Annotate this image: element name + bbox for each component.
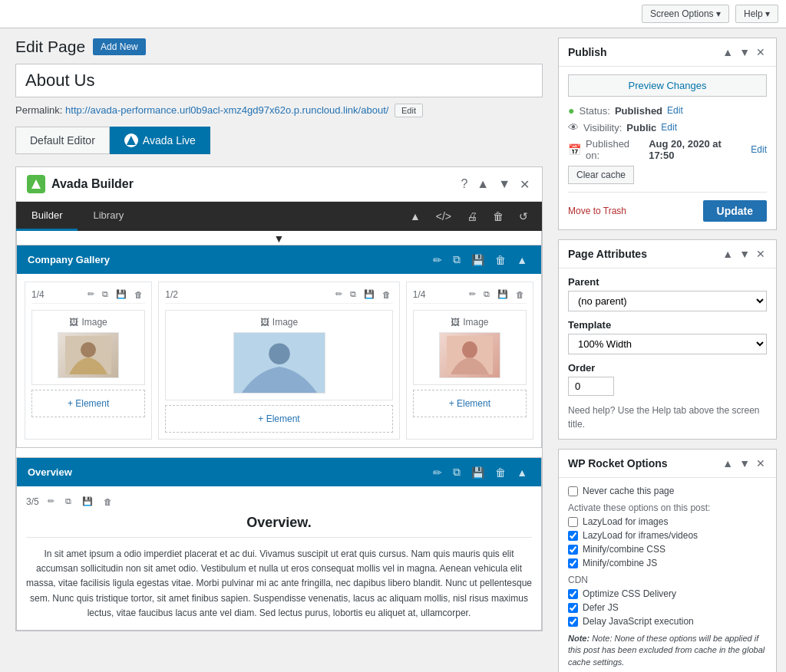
column-3-label: 1/4: [413, 289, 426, 300]
avada-builder-icon: [27, 175, 45, 193]
visibility-icon: 👁: [568, 121, 579, 133]
minify-js-checkbox[interactable]: [568, 558, 578, 568]
lazyload-group: LazyLoad for images LazyLoad for iframes…: [568, 516, 767, 568]
col-3-edit-btn[interactable]: ✏: [467, 288, 478, 300]
cdn-label: CDN: [568, 575, 767, 585]
column-1-header: 1/4 ✏ ⧉ 💾 🗑: [31, 288, 145, 304]
minify-css-checkbox[interactable]: [568, 545, 578, 555]
toolbar-code-button[interactable]: </>: [430, 206, 457, 227]
wp-rocket-toggle-down[interactable]: ▼: [738, 456, 751, 471]
section-delete-btn-gallery[interactable]: 🗑: [492, 252, 509, 268]
col-1-delete-btn[interactable]: 🗑: [132, 288, 145, 300]
add-element-2[interactable]: + Element: [165, 405, 393, 433]
default-editor-button[interactable]: Default Editor: [15, 127, 110, 154]
screen-options-button[interactable]: Screen Options ▾: [642, 5, 729, 23]
move-trash-link[interactable]: Move to Trash: [568, 206, 626, 216]
clear-cache-button[interactable]: Clear cache: [568, 166, 634, 184]
section-title-gallery: Company Gallery: [28, 254, 110, 265]
col-2-edit-btn[interactable]: ✏: [333, 288, 345, 300]
page-attr-toggle-close[interactable]: ✕: [755, 246, 767, 262]
overview-save-btn[interactable]: 💾: [468, 464, 487, 480]
overview-col-header: 3/5 ✏ ⧉ 💾 🗑: [26, 496, 532, 507]
col-3-save-btn[interactable]: 💾: [495, 288, 510, 300]
page-attributes-header: Page Attributes ▲ ▼ ✕: [559, 240, 776, 268]
overview-collapse-btn[interactable]: ▲: [514, 464, 530, 480]
add-new-button[interactable]: Add New: [93, 38, 146, 55]
publish-visibility-row: 👁 Visibility: Public Edit: [568, 121, 767, 133]
order-input[interactable]: [568, 377, 614, 396]
page-title-input[interactable]: [15, 64, 543, 97]
status-label: Status:: [579, 105, 609, 117]
toolbar-upload-button[interactable]: ▲: [404, 206, 427, 227]
tab-library[interactable]: Library: [78, 202, 139, 231]
overview-col-save-btn[interactable]: 💾: [80, 496, 95, 507]
wp-rocket-toggle-up[interactable]: ▲: [721, 456, 735, 471]
col-2-delete-btn[interactable]: 🗑: [380, 288, 393, 300]
column-2-btns: ✏ ⧉ 💾 🗑: [333, 288, 393, 300]
preview-changes-button[interactable]: Preview Changes: [568, 74, 767, 97]
section-header-gallery: Company Gallery ✏ ⧉ 💾 🗑 ▲: [17, 245, 541, 274]
overview-col-edit-btn[interactable]: ✏: [45, 496, 57, 507]
col-2-save-btn[interactable]: 💾: [362, 288, 377, 300]
page-attr-help: Need help? Use the Help tab above the sc…: [568, 404, 767, 431]
toolbar-print-button[interactable]: 🖨: [461, 206, 484, 227]
publish-toggle-up[interactable]: ▲: [721, 44, 735, 60]
section-edit-btn-gallery[interactable]: ✏: [430, 252, 445, 268]
page-attr-toggle-up[interactable]: ▲: [721, 246, 735, 262]
optimize-css-checkbox[interactable]: [568, 589, 578, 599]
visibility-edit-link[interactable]: Edit: [661, 122, 677, 133]
col-2-copy-btn[interactable]: ⧉: [348, 288, 358, 300]
permalink-url[interactable]: http://avada-performance.url0b9acl-xmz4g…: [65, 104, 388, 116]
add-element-1[interactable]: + Element: [31, 390, 145, 417]
wp-rocket-title: WP Rocket Options: [568, 457, 668, 469]
overview-col-label: 3/5: [26, 496, 39, 507]
overview-edit-btn[interactable]: ✏: [430, 464, 445, 480]
toolbar-history-button[interactable]: ↺: [513, 206, 534, 227]
never-cache-checkbox[interactable]: [568, 486, 578, 496]
permalink-edit-button[interactable]: Edit: [395, 104, 423, 117]
builder-collapse-down-button[interactable]: ▼: [497, 176, 512, 193]
column-3: 1/4 ✏ ⧉ 💾 🗑 🖼 Image: [406, 282, 533, 440]
builder-collapse-up-button[interactable]: ▲: [475, 176, 490, 193]
publish-toggle-down[interactable]: ▼: [738, 44, 751, 60]
minify-css-row: Minify/combine CSS: [568, 544, 767, 555]
tab-builder[interactable]: Builder: [16, 202, 78, 231]
col-1-edit-btn[interactable]: ✏: [85, 288, 97, 300]
help-button[interactable]: Help ▾: [735, 5, 778, 23]
page-attr-toggle-down[interactable]: ▼: [738, 246, 751, 262]
lazyload-images-checkbox[interactable]: [568, 517, 578, 527]
builder-close-button[interactable]: ✕: [518, 176, 531, 193]
overview-delete-btn[interactable]: 🗑: [492, 464, 509, 480]
section-save-btn-gallery[interactable]: 💾: [468, 252, 487, 268]
overview-section-actions: ✏ ⧉ 💾 🗑 ▲: [430, 464, 530, 480]
overview-text: In sit amet ipsum a odio imperdiet place…: [26, 547, 532, 621]
overview-col-copy-btn[interactable]: ⧉: [63, 496, 74, 507]
published-edit-link[interactable]: Edit: [751, 144, 767, 155]
svg-marker-0: [31, 180, 41, 189]
col-1-copy-btn[interactable]: ⧉: [100, 288, 111, 300]
builder-help-button[interactable]: ?: [459, 176, 469, 193]
publish-toggle-close[interactable]: ✕: [755, 44, 767, 60]
section-copy-btn-gallery[interactable]: ⧉: [450, 252, 464, 268]
col-3-copy-btn[interactable]: ⧉: [481, 288, 492, 300]
lazyload-iframes-checkbox[interactable]: [568, 531, 578, 541]
overview-header: Overview ✏ ⧉ 💾 🗑 ▲: [17, 458, 541, 486]
template-select[interactable]: 100% Width: [568, 334, 767, 354]
status-edit-link[interactable]: Edit: [667, 105, 683, 116]
overview-col-delete-btn[interactable]: 🗑: [101, 496, 114, 507]
sidebar-wrapper: Publish ▲ ▼ ✕ Preview Changes ● Status: …: [558, 28, 786, 672]
published-value: Aug 20, 2020 at 17:50: [649, 138, 746, 161]
overview-copy-btn[interactable]: ⧉: [450, 464, 464, 480]
add-element-3[interactable]: + Element: [413, 390, 527, 417]
col-3-delete-btn[interactable]: 🗑: [514, 288, 527, 300]
wp-rocket-toggle-close[interactable]: ✕: [755, 456, 767, 471]
section-collapse-btn-gallery[interactable]: ▲: [514, 252, 530, 268]
parent-select[interactable]: (no parent): [568, 291, 767, 311]
avada-live-button[interactable]: Avada Live: [110, 127, 210, 154]
delay-js-checkbox[interactable]: [568, 617, 578, 627]
col-1-save-btn[interactable]: 💾: [114, 288, 129, 300]
defer-js-checkbox[interactable]: [568, 603, 578, 613]
toolbar-trash-button[interactable]: 🗑: [487, 206, 510, 227]
update-button[interactable]: Update: [703, 200, 767, 222]
delay-js-row: Delay JavaScript execution: [568, 616, 767, 627]
